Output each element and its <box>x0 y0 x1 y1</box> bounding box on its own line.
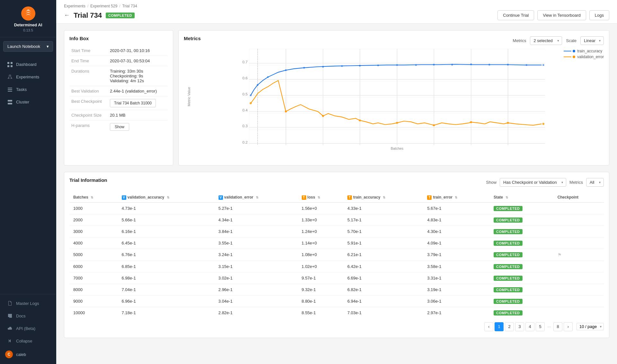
per-page-select[interactable]: 10 / page 20 / page 50 / page <box>577 323 604 330</box>
cell-validation_error: 3.04e-1 <box>215 295 298 307</box>
cell-checkpoint <box>554 202 604 214</box>
tasks-icon <box>7 87 13 93</box>
cell-validation_accuracy: 6.98e-1 <box>118 272 215 284</box>
back-button[interactable]: ← <box>64 12 70 19</box>
cell-checkpoint: ⚑ <box>554 249 604 261</box>
checkpoint-filter-select[interactable]: Has Checkpoint or Validation All <box>500 178 566 187</box>
metrics-select-wrapper: 2 selected <box>530 36 562 45</box>
cell-train_accuracy: 5.70e-1 <box>344 226 424 237</box>
sort-icon[interactable]: ⇅ <box>167 196 169 199</box>
page-button-3[interactable]: 3 <box>515 322 524 331</box>
best-validation-label: Best Validation <box>69 86 108 96</box>
sidebar-item-dashboard[interactable]: Dashboard <box>2 58 54 71</box>
svg-point-53 <box>415 64 417 66</box>
svg-rect-3 <box>7 65 9 67</box>
svg-rect-7 <box>8 91 12 92</box>
col-batches: Batches ⇅ <box>69 192 118 202</box>
page-button-4[interactable]: 4 <box>525 322 534 331</box>
file-icon <box>7 300 13 306</box>
sidebar-item-api[interactable]: API (Beta) <box>2 322 54 334</box>
continue-trial-button[interactable]: Continue Trial <box>497 10 534 20</box>
page-content: Info Box Start Time 2020-07-31, 00:10:16… <box>56 24 617 364</box>
svg-point-69 <box>542 123 544 125</box>
col-train-error: Ttrain_error ⇅ <box>423 192 490 202</box>
launch-notebook-button[interactable]: Launch Notebook ▾ <box>3 41 53 52</box>
next-page-button[interactable]: › <box>564 322 573 331</box>
state-badge: COMPLETED <box>494 218 523 223</box>
sort-icon[interactable]: ⇅ <box>505 196 508 199</box>
start-time-value: 2020-07-31, 00:10:16 <box>108 46 168 56</box>
cell-loss: 1.33e+0 <box>298 214 344 226</box>
sidebar-item-collapse[interactable]: Collapse <box>2 335 54 347</box>
page-title-actions: Continue Trial View in Tensorboard Logs <box>497 10 609 20</box>
info-box-title: Info Box <box>69 36 168 41</box>
cell-loss: 1.02e+0 <box>298 261 344 272</box>
sidebar-item-cluster[interactable]: Cluster <box>2 96 54 108</box>
svg-rect-5 <box>8 88 12 88</box>
sidebar-item-docs[interactable]: Docs <box>2 310 54 322</box>
sort-icon[interactable]: ⇅ <box>455 196 457 199</box>
cell-validation_error: 3.55e-1 <box>215 237 298 249</box>
col-validation-accuracy: Vvalidation_accuracy ⇅ <box>118 192 215 202</box>
logs-button[interactable]: Logs <box>589 10 609 20</box>
cell-train_accuracy: 6.94e-1 <box>344 295 424 307</box>
cell-validation_accuracy: 6.96e-1 <box>118 295 215 307</box>
svg-text:0.7: 0.7 <box>242 60 247 64</box>
svg-point-63 <box>322 115 324 117</box>
legend-label: train_accuracy <box>577 49 602 53</box>
page-button-2[interactable]: 2 <box>505 322 514 331</box>
table-row: 90006.96e-13.04e-18.80e-16.94e-13.06e-1C… <box>69 295 604 307</box>
svg-point-43 <box>250 94 251 96</box>
breadcrumb-experiments[interactable]: Experiments <box>64 4 85 8</box>
page-button-5[interactable]: 5 <box>536 322 545 331</box>
sort-icon[interactable]: ⇅ <box>91 196 93 199</box>
legend-item-validation-error: validation_error <box>564 55 604 59</box>
info-table: Start Time 2020-07-31, 00:10:16 End Time… <box>69 46 168 133</box>
scale-select-wrapper: Linear Log <box>580 36 604 45</box>
page-header: Experiments / Experiment 529 / Trial 734… <box>56 0 617 24</box>
book-icon <box>7 313 13 319</box>
sidebar-nav: Dashboard Experiments Tasks Cluster <box>0 56 56 294</box>
sidebar-item-label: Experiments <box>16 75 39 79</box>
best-checkpoint-button[interactable]: Trial 734 Batch 31000 <box>110 99 156 107</box>
table-row: 70006.98e-13.02e-19.57e-16.69e-13.31e-1C… <box>69 272 604 284</box>
view-tensorboard-button[interactable]: View in Tensorboard <box>537 10 586 20</box>
hparams-show-button[interactable]: Show <box>110 123 129 131</box>
sort-icon[interactable]: ⇅ <box>317 196 320 199</box>
sort-icon[interactable]: ⇅ <box>256 196 258 199</box>
cell-checkpoint <box>554 237 604 249</box>
page-button-1[interactable]: 1 <box>495 322 504 331</box>
pagination: ‹ 1 2 3 4 5 ··· 8 › 10 / page 20 / page … <box>69 318 604 333</box>
svg-point-54 <box>433 64 434 66</box>
sidebar-item-master-logs[interactable]: Master Logs <box>2 297 54 309</box>
cell-loss: 1.08e+0 <box>298 249 344 261</box>
scale-select[interactable]: Linear Log <box>580 36 604 45</box>
metrics-filter-select[interactable]: All <box>586 178 604 187</box>
cell-train_accuracy: 6.69e-1 <box>344 272 424 284</box>
end-time-value: 2020-07-31, 00:53:04 <box>108 56 168 66</box>
metrics-select[interactable]: 2 selected <box>530 36 562 45</box>
cell-train_error: 3.06e-1 <box>423 295 490 307</box>
sidebar: Determined AI 0.13.5 Launch Notebook ▾ D… <box>0 0 56 364</box>
sidebar-item-label: Collapse <box>16 339 32 343</box>
table-row: 60006.85e-13.15e-11.02e+06.42e-13.58e-1C… <box>69 261 604 272</box>
sidebar-item-experiments[interactable]: Experiments <box>2 71 54 83</box>
per-page-wrapper: 10 / page 20 / page 50 / page <box>574 323 604 330</box>
breadcrumb-experiment[interactable]: Experiment 529 <box>90 4 117 8</box>
breadcrumb-trial[interactable]: Trial 734 <box>122 4 137 8</box>
sidebar-item-tasks[interactable]: Tasks <box>2 84 54 96</box>
cell-train_error: 3.58e-1 <box>423 261 490 272</box>
trial-info-title: Trial Information <box>69 177 107 183</box>
sort-icon[interactable]: ⇅ <box>383 196 385 199</box>
svg-point-65 <box>396 122 398 124</box>
cell-validation_error: 3.02e-1 <box>215 272 298 284</box>
table-row: 40006.45e-13.55e-11.14e+05.91e-14.09e-1C… <box>69 237 604 249</box>
col-train-accuracy: Ttrain_accuracy ⇅ <box>344 192 424 202</box>
durations-value: Training: 33m 30s Checkpointing: 9s Vali… <box>108 66 168 86</box>
main-content: Experiments / Experiment 529 / Trial 734… <box>56 0 617 364</box>
user-profile[interactable]: C caleb <box>0 347 56 361</box>
prev-page-button[interactable]: ‹ <box>484 322 493 331</box>
svg-point-66 <box>433 124 435 126</box>
flag-icon[interactable]: ⚑ <box>558 252 562 257</box>
page-button-8[interactable]: 8 <box>553 322 562 331</box>
